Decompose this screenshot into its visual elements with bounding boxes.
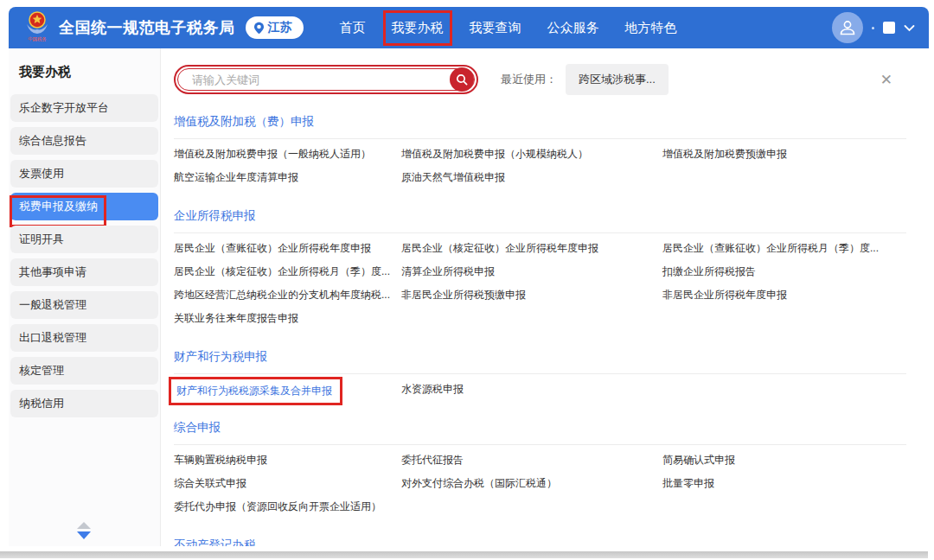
service-link-label: 原油天然气增值税申报 xyxy=(401,171,505,183)
sidebar-pager xyxy=(9,522,159,539)
section-heading: 不动产登记办税 xyxy=(174,538,906,546)
person-icon xyxy=(838,18,857,37)
service-link-label: 简易确认式申报 xyxy=(662,454,735,466)
service-section: 不动产登记办税 xyxy=(174,538,906,546)
service-link[interactable]: 跨地区经营汇总纳税企业的分支机构年度纳税... xyxy=(174,283,401,307)
nav-item[interactable]: 首页 xyxy=(340,18,366,38)
nav-item[interactable]: 我要查询 xyxy=(470,18,521,38)
main-panel: 最近使用： 跨区域涉税事... ✕ 增值税及附加税（费）申报增值税及附加税费申报… xyxy=(162,48,929,546)
service-link-label: 综合关联式申报 xyxy=(174,477,246,489)
service-link[interactable]: 综合关联式申报 xyxy=(174,472,401,495)
section-heading: 财产和行为税申报 xyxy=(174,349,906,374)
service-link[interactable]: 委托代征报告 xyxy=(401,449,662,472)
service-link[interactable]: 居民企业（查账征收）企业所得税月（季）度... xyxy=(662,237,906,260)
service-link-label: 清算企业所得税申报 xyxy=(401,265,495,277)
header: 中国税务 全国统一规范电子税务局 江苏 首页我要办税我要查询公众服务地方特色 xyxy=(9,7,929,48)
sidebar-item[interactable]: 一般退税管理 xyxy=(10,291,158,319)
section-grid: 财产和行为税税源采集及合并申报水资源税申报 xyxy=(174,374,906,401)
sidebar-item[interactable]: 其他事项申请 xyxy=(10,258,158,286)
section-heading: 企业所得税申报 xyxy=(174,208,906,233)
service-link[interactable]: 居民企业（查账征收）企业所得税年度申报 xyxy=(174,237,401,260)
service-link[interactable]: 航空运输企业年度清算申报 xyxy=(174,166,401,189)
scroll-up-icon[interactable] xyxy=(77,522,91,529)
main-nav: 首页我要办税我要查询公众服务地方特色 xyxy=(340,10,677,46)
service-link-label: 非居民企业所得税年度申报 xyxy=(662,289,787,301)
nav-item[interactable]: 公众服务 xyxy=(547,18,599,38)
separator-dot xyxy=(872,27,874,29)
service-link[interactable]: 关联业务往来年度报告申报 xyxy=(174,307,401,330)
sidebar-item[interactable]: 税费申报及缴纳 xyxy=(10,193,158,220)
search-icon xyxy=(456,73,468,86)
sidebar-menu: 乐企数字开放平台综合信息报告发票使用税费申报及缴纳证明开具其他事项申请一般退税管… xyxy=(9,94,160,417)
location-pin-icon xyxy=(253,22,265,35)
service-link[interactable]: 非居民企业所得税年度申报 xyxy=(662,283,906,307)
search-row: 最近使用： 跨区域涉税事... ✕ xyxy=(174,64,906,95)
scroll-down-icon[interactable] xyxy=(77,531,91,539)
section-grid: 增值税及附加税费申报（一般纳税人适用）增值税及附加税费申报（小规模纳税人）增值税… xyxy=(174,139,906,189)
service-link-label: 航空运输企业年度清算申报 xyxy=(174,171,298,183)
window-bottom-edge xyxy=(0,551,928,558)
service-link[interactable]: 财产和行为税税源采集及合并申报 xyxy=(174,378,401,401)
service-link-label: 财产和行为税税源采集及合并申报 xyxy=(169,377,342,405)
service-link-label: 居民企业（核定征收）企业所得税年度申报 xyxy=(401,242,598,254)
nav-item[interactable]: 地方特色 xyxy=(625,18,677,38)
service-link-label: 委托代办申报（资源回收反向开票企业适用） xyxy=(174,500,381,512)
service-link[interactable]: 增值税及附加税费预缴申报 xyxy=(662,143,906,166)
service-link-label: 水资源税申报 xyxy=(401,383,464,395)
user-group[interactable] xyxy=(832,12,915,43)
service-link-label: 增值税及附加税费预缴申报 xyxy=(662,148,787,160)
service-link[interactable]: 水资源税申报 xyxy=(401,378,662,401)
service-link[interactable]: 清算企业所得税申报 xyxy=(401,260,662,283)
service-link[interactable]: 居民企业（核定征收）企业所得税年度申报 xyxy=(401,237,662,260)
service-link[interactable]: 增值税及附加税费申报（一般纳税人适用） xyxy=(174,143,401,166)
service-link-label: 居民企业（核定征收）企业所得税月（季）度... xyxy=(174,265,390,277)
service-link-label: 车辆购置税纳税申报 xyxy=(174,454,267,466)
service-link-label: 委托代征报告 xyxy=(401,454,464,466)
search-input[interactable] xyxy=(190,73,415,87)
sidebar-item[interactable]: 综合信息报告 xyxy=(10,127,158,155)
section-heading: 综合申报 xyxy=(174,420,906,445)
region-label: 江苏 xyxy=(268,20,292,35)
sidebar-item[interactable]: 发票使用 xyxy=(10,160,158,188)
service-link[interactable]: 扣缴企业所得税报告 xyxy=(662,260,906,283)
sidebar-item[interactable]: 纳税信用 xyxy=(10,390,158,417)
service-link-label: 对外支付综合办税（国际汇税通） xyxy=(401,477,557,489)
service-sections: 增值税及附加税（费）申报增值税及附加税费申报（一般纳税人适用）增值税及附加税费申… xyxy=(174,114,906,546)
service-link[interactable]: 委托代办申报（资源回收反向开票企业适用） xyxy=(174,495,401,519)
sidebar-title: 我要办税 xyxy=(9,64,160,94)
service-link[interactable]: 居民企业（核定征收）企业所得税月（季）度... xyxy=(174,260,401,283)
sidebar-item[interactable]: 出口退税管理 xyxy=(10,324,158,352)
service-link[interactable]: 简易确认式申报 xyxy=(662,449,906,472)
recent-item-button[interactable]: 跨区域涉税事... xyxy=(566,64,669,95)
service-link[interactable]: 非居民企业所得税预缴申报 xyxy=(401,283,662,307)
sidebar-item[interactable]: 乐企数字开放平台 xyxy=(10,94,158,122)
service-link-label: 批量零申报 xyxy=(662,477,714,489)
service-link-label: 扣缴企业所得税报告 xyxy=(662,265,756,277)
user-avatar[interactable] xyxy=(832,12,863,43)
chevron-down-icon[interactable] xyxy=(904,24,915,32)
sidebar-item[interactable]: 核定管理 xyxy=(10,357,158,385)
service-link[interactable]: 车辆购置税纳税申报 xyxy=(174,449,401,472)
recent-used-label: 最近使用： xyxy=(501,72,557,87)
username-block xyxy=(883,22,895,34)
service-section: 企业所得税申报居民企业（查账征收）企业所得税年度申报居民企业（核定征收）企业所得… xyxy=(174,208,906,330)
service-link-label: 非居民企业所得税预缴申报 xyxy=(401,289,526,301)
tax-bureau-logo-icon: 中国税务 xyxy=(22,10,52,45)
search-bar xyxy=(174,65,478,94)
service-link[interactable]: 增值税及附加税费申报（小规模纳税人） xyxy=(401,143,662,166)
section-heading: 增值税及附加税（费）申报 xyxy=(174,114,906,139)
section-grid: 居民企业（查账征收）企业所得税年度申报居民企业（核定征收）企业所得税年度申报居民… xyxy=(174,233,906,330)
app-title: 全国统一规范电子税务局 xyxy=(59,17,235,38)
nav-item[interactable]: 我要办税 xyxy=(383,10,452,46)
close-icon[interactable]: ✕ xyxy=(880,73,892,87)
search-button[interactable] xyxy=(450,67,474,92)
service-link[interactable]: 原油天然气增值税申报 xyxy=(401,166,662,189)
service-link-label: 跨地区经营汇总纳税企业的分支机构年度纳税... xyxy=(174,289,390,301)
sidebar: 我要办税 乐企数字开放平台综合信息报告发票使用税费申报及缴纳证明开具其他事项申请… xyxy=(9,48,161,546)
service-link[interactable]: 批量零申报 xyxy=(662,472,906,495)
service-link[interactable]: 对外支付综合办税（国际汇税通） xyxy=(401,472,662,495)
service-section: 财产和行为税申报财产和行为税税源采集及合并申报水资源税申报 xyxy=(174,349,906,401)
region-selector[interactable]: 江苏 xyxy=(246,16,304,39)
service-link-label: 增值税及附加税费申报（小规模纳税人） xyxy=(401,148,588,160)
sidebar-item[interactable]: 证明开具 xyxy=(10,226,158,253)
